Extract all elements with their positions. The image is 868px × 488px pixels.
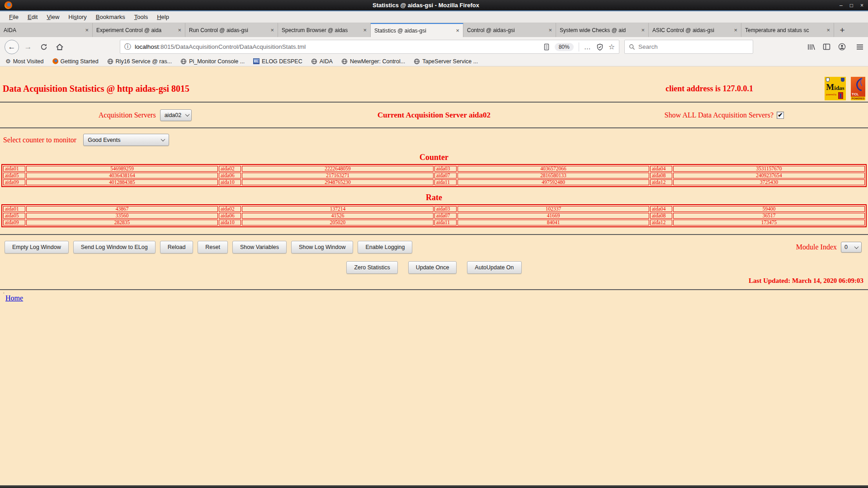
globe-icon bbox=[180, 58, 187, 65]
back-button[interactable]: ← bbox=[5, 40, 19, 54]
bookmark-tapeserver[interactable]: TapeServer Service ... bbox=[414, 58, 478, 65]
tab-close-icon[interactable]: × bbox=[363, 27, 367, 33]
globe-icon bbox=[414, 58, 420, 65]
enable-logging-button[interactable]: Enable Logging bbox=[358, 241, 412, 253]
account-icon[interactable] bbox=[838, 43, 846, 51]
tab-close-icon[interactable]: × bbox=[548, 27, 552, 33]
tab-statistics-active[interactable]: Statistics @ aidas-gsi× bbox=[371, 23, 463, 37]
bookmark-most-visited[interactable]: ⚙Most Visited bbox=[5, 58, 44, 65]
menu-bookmarks[interactable]: Bookmarks bbox=[91, 14, 130, 20]
tab-experiment-control[interactable]: Experiment Control @ aida× bbox=[93, 23, 185, 37]
counter-heading: Counter bbox=[0, 153, 868, 162]
tab-close-icon[interactable]: × bbox=[270, 27, 274, 33]
tab-close-icon[interactable]: × bbox=[826, 27, 830, 33]
tab-close-icon[interactable]: × bbox=[456, 27, 459, 34]
reset-button[interactable]: Reset bbox=[198, 241, 228, 253]
module-index-select[interactable]: 0 bbox=[841, 242, 862, 253]
bookmark-rly16-service[interactable]: Rly16 Service @ ras... bbox=[107, 58, 172, 65]
maximize-button[interactable]: □ bbox=[850, 2, 853, 9]
tab-close-icon[interactable]: × bbox=[178, 27, 181, 33]
bookmark-star-icon[interactable]: ☆ bbox=[609, 42, 615, 51]
divider bbox=[579, 42, 579, 52]
tab-run-control[interactable]: Run Control @ aidas-gsi× bbox=[185, 23, 278, 37]
sidebar-toggle-icon[interactable] bbox=[823, 43, 830, 50]
minimize-button[interactable]: – bbox=[840, 2, 843, 9]
rate-table: aida0143867 aida02137214 aida03102337 ai… bbox=[1, 204, 867, 227]
table-row: aida094012884385 aida102948765230 aida11… bbox=[3, 179, 865, 185]
chevron-down-icon bbox=[161, 137, 165, 141]
update-once-button[interactable]: Update Once bbox=[408, 261, 457, 274]
menu-edit[interactable]: Edit bbox=[23, 14, 42, 20]
tab-temperature-status[interactable]: Temperature and status sc× bbox=[741, 23, 834, 37]
counter-value: 546989259 bbox=[26, 166, 218, 172]
rate-value: 205020 bbox=[242, 220, 434, 225]
search-bar[interactable] bbox=[624, 40, 753, 54]
counter-value: 4036572066 bbox=[458, 166, 649, 172]
menu-tools[interactable]: Tools bbox=[130, 14, 152, 20]
reload-button[interactable]: Reload bbox=[160, 241, 193, 253]
tab-spectrum-browser[interactable]: Spectrum Browser @ aidas× bbox=[278, 23, 371, 37]
server-name: aida11 bbox=[434, 179, 457, 185]
gear-icon: ⚙ bbox=[5, 58, 11, 65]
tab-close-icon[interactable]: × bbox=[734, 27, 737, 33]
counter-select[interactable]: Good Events bbox=[83, 134, 169, 146]
bookmark-pi-monitor[interactable]: Pi_Monitor Console ... bbox=[180, 58, 245, 65]
globe-icon bbox=[107, 58, 113, 65]
home-icon[interactable] bbox=[53, 40, 66, 54]
acquisition-server-select[interactable]: aida02 bbox=[160, 109, 192, 121]
menu-help[interactable]: Help bbox=[152, 14, 174, 20]
server-name: aida09 bbox=[3, 179, 25, 185]
tab-close-icon[interactable]: × bbox=[85, 27, 89, 33]
tab-close-icon[interactable]: × bbox=[641, 27, 645, 33]
reader-mode-icon[interactable] bbox=[543, 43, 550, 51]
autoupdate-button[interactable]: AutoUpdate On bbox=[467, 261, 521, 274]
server-name: aida10 bbox=[219, 220, 241, 225]
bookmark-elog-despec[interactable]: ELELOG DESPEC bbox=[253, 58, 302, 65]
server-name: aida03 bbox=[434, 206, 457, 212]
reload-icon[interactable] bbox=[37, 40, 51, 54]
server-name: aida05 bbox=[3, 173, 25, 178]
page-actions-icon[interactable]: … bbox=[584, 43, 591, 51]
show-variables-button[interactable]: Show Variables bbox=[232, 241, 287, 253]
rate-value: 43867 bbox=[26, 206, 218, 212]
search-input[interactable] bbox=[638, 43, 749, 50]
url-bar[interactable]: ⓘ localhost:8015/DataAcquisitionControl/… bbox=[120, 40, 619, 54]
send-log-to-elog-button[interactable]: Send Log Window to ELog bbox=[73, 241, 156, 253]
home-link[interactable]: Home bbox=[5, 294, 23, 302]
bookmark-newmerger[interactable]: NewMerger: Control... bbox=[341, 58, 405, 65]
menu-hamburger-icon[interactable] bbox=[856, 44, 863, 50]
window-bottom-edge bbox=[0, 485, 868, 488]
protection-shield-icon[interactable] bbox=[596, 43, 604, 51]
bookmark-getting-started[interactable]: Getting Started bbox=[52, 58, 99, 65]
client-address: client address is 127.0.0.1 bbox=[665, 84, 753, 94]
server-name: aida01 bbox=[3, 206, 25, 212]
menu-file[interactable]: File bbox=[5, 14, 23, 20]
tab-control[interactable]: Control @ aidas-gsi× bbox=[463, 23, 556, 37]
show-all-checkbox[interactable]: ✔ bbox=[777, 112, 784, 119]
empty-log-window-button[interactable]: Empty Log Window bbox=[5, 241, 69, 253]
library-icon[interactable] bbox=[807, 43, 815, 51]
bookmark-aida[interactable]: AIDA bbox=[311, 58, 333, 65]
show-log-window-button[interactable]: Show Log Window bbox=[291, 241, 354, 253]
tab-system-checks[interactable]: System wide Checks @ aid× bbox=[556, 23, 649, 37]
menu-view[interactable]: View bbox=[42, 14, 64, 20]
current-server-label: Current Acquisition Server aida02 bbox=[377, 111, 491, 120]
table-row: aida0533560 aida0641526 aida0741669 aida… bbox=[3, 213, 865, 219]
table-row: aida0143867 aida02137214 aida03102337 ai… bbox=[3, 206, 865, 212]
server-name: aida02 bbox=[219, 206, 241, 212]
server-name: aida05 bbox=[3, 213, 25, 219]
tab-asic-control[interactable]: ASIC Control @ aidas-gsi× bbox=[649, 23, 741, 37]
zero-statistics-button[interactable]: Zero Statistics bbox=[346, 261, 397, 274]
close-window-button[interactable]: × bbox=[860, 2, 863, 9]
counter-value: 2222648059 bbox=[242, 166, 434, 172]
counter-value: 2948765230 bbox=[242, 179, 434, 185]
forward-button[interactable]: → bbox=[21, 40, 35, 54]
new-tab-button[interactable]: + bbox=[834, 23, 850, 37]
zoom-level-badge[interactable]: 80% bbox=[555, 43, 574, 51]
search-icon bbox=[629, 44, 635, 50]
rate-value: 33560 bbox=[26, 213, 218, 219]
tab-aida[interactable]: AIDA× bbox=[0, 23, 93, 37]
menu-history[interactable]: History bbox=[64, 14, 91, 20]
server-name: aida10 bbox=[219, 179, 241, 185]
site-info-icon[interactable]: ⓘ bbox=[124, 42, 131, 51]
